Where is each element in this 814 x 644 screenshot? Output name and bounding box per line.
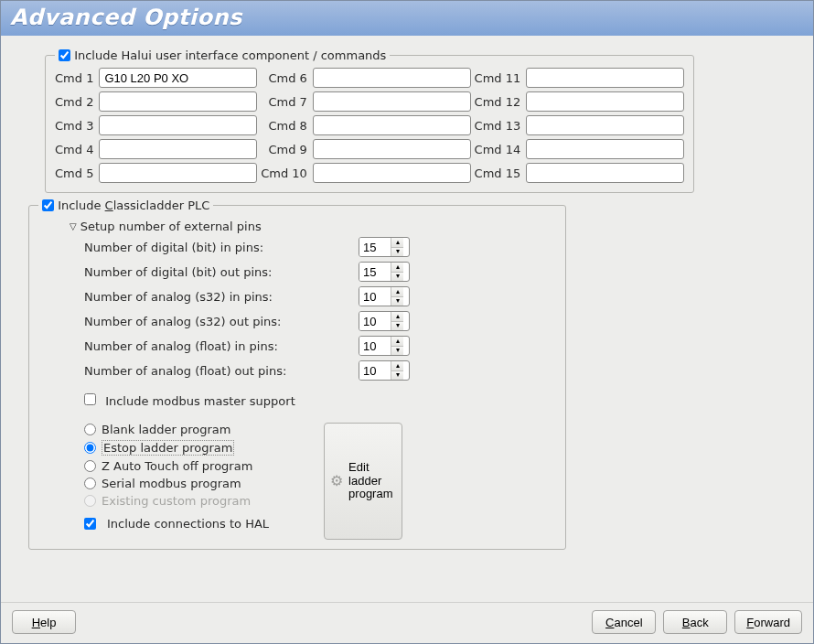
analog-float-in-spinbox[interactable]: ▴▾	[359, 336, 410, 356]
pins-label: Number of analog (float) in pins:	[84, 339, 359, 353]
cmd-input-13[interactable]	[526, 115, 684, 135]
cmd-label: Cmd 9	[261, 143, 309, 156]
cmd-label: Cmd 8	[261, 119, 309, 133]
cmd-input-3[interactable]	[99, 115, 257, 135]
forward-button[interactable]: Forward	[734, 610, 802, 634]
cmd-label: Cmd 6	[261, 71, 309, 85]
pins-label: Number of analog (float) out pins:	[84, 364, 359, 378]
digital-bit-out-spinbox[interactable]: ▴▾	[359, 262, 410, 282]
halui-include-checkbox[interactable]	[59, 49, 70, 61]
pins-label: Number of analog (s32) in pins:	[84, 290, 359, 304]
radio-estop-ladder-input[interactable]	[84, 442, 96, 454]
spin-down-icon[interactable]: ▾	[391, 347, 403, 356]
pins-expander-label: Setup number of external pins	[80, 220, 262, 233]
digital-bit-in-value[interactable]	[359, 238, 391, 256]
spin-down-icon[interactable]: ▾	[391, 371, 403, 381]
radio-z-auto-touch[interactable]: Z Auto Touch off program	[84, 459, 269, 473]
radio-serial-modbus-input[interactable]	[84, 478, 96, 489]
plc-legend: Include Classicladder PLC	[58, 199, 209, 212]
cmd-label: Cmd 12	[475, 95, 523, 109]
cmd-label: Cmd 14	[475, 143, 523, 156]
digital-bit-out-value[interactable]	[359, 263, 391, 281]
cmd-input-2[interactable]	[99, 91, 257, 112]
radio-blank-ladder[interactable]: Blank ladder program	[84, 423, 269, 436]
radio-z-auto-touch-input[interactable]	[84, 460, 96, 472]
cmd-label: Cmd 4	[55, 143, 95, 156]
digital-bit-in-spinbox[interactable]: ▴▾	[359, 237, 410, 257]
modbus-support-label: Include modbus master support	[105, 394, 295, 408]
help-button[interactable]: Help	[12, 610, 76, 634]
spin-down-icon[interactable]: ▾	[391, 248, 403, 257]
cmd-label: Cmd 3	[55, 119, 95, 133]
analog-s32-out-spinbox[interactable]: ▴▾	[359, 311, 410, 331]
cmd-input-12[interactable]	[526, 91, 684, 112]
hal-connections-label: Include connections to HAL	[107, 517, 269, 531]
hal-connections-row[interactable]: Include connections to HAL	[84, 517, 269, 531]
radio-existing-custom-input	[84, 495, 96, 507]
modbus-support-checkbox[interactable]	[84, 393, 96, 405]
radio-estop-ladder[interactable]: Estop ladder program	[84, 440, 269, 456]
cmd-input-8[interactable]	[313, 115, 471, 135]
radio-existing-custom: Existing custom program	[84, 494, 269, 508]
cmd-input-9[interactable]	[313, 139, 471, 159]
pins-expander[interactable]: ▽ Setup number of external pins	[70, 220, 556, 233]
spin-up-icon[interactable]: ▴	[391, 361, 403, 371]
cmd-input-10[interactable]	[313, 163, 471, 183]
window-title: Advanced Options	[1, 1, 813, 36]
pins-label: Number of analog (s32) out pins:	[84, 315, 359, 328]
spin-up-icon[interactable]: ▴	[391, 287, 403, 297]
analog-float-in-value[interactable]	[359, 337, 391, 355]
chevron-down-icon: ▽	[70, 221, 77, 231]
edit-ladder-button[interactable]: ⚙ Edit ladder program	[324, 423, 402, 540]
radio-serial-modbus[interactable]: Serial modbus program	[84, 477, 269, 490]
spin-down-icon[interactable]: ▾	[391, 322, 403, 331]
cmd-label: Cmd 7	[261, 95, 309, 109]
halui-group: Include Halui user interface component /…	[45, 48, 694, 193]
radio-blank-ladder-input[interactable]	[84, 424, 96, 435]
plc-include-checkbox[interactable]	[42, 199, 54, 211]
analog-s32-in-spinbox[interactable]: ▴▾	[359, 286, 410, 306]
spin-up-icon[interactable]: ▴	[391, 312, 403, 322]
analog-float-out-spinbox[interactable]: ▴▾	[359, 360, 410, 381]
cmd-label: Cmd 1	[55, 71, 95, 85]
modbus-support-row[interactable]: Include modbus master support	[84, 394, 295, 408]
cmd-input-6[interactable]	[313, 68, 471, 88]
cmd-label: Cmd 10	[261, 166, 309, 180]
cmd-input-4[interactable]	[99, 139, 257, 159]
cmd-input-11[interactable]	[526, 68, 684, 88]
spin-down-icon[interactable]: ▾	[391, 297, 403, 306]
spin-up-icon[interactable]: ▴	[391, 263, 403, 273]
gear-icon: ⚙	[330, 474, 343, 488]
halui-legend: Include Halui user interface component /…	[74, 48, 386, 62]
spin-down-icon[interactable]: ▾	[391, 273, 403, 282]
analog-s32-in-value[interactable]	[359, 287, 391, 306]
cmd-input-1[interactable]	[99, 68, 257, 88]
cmd-label: Cmd 13	[475, 119, 523, 133]
cmd-label: Cmd 2	[55, 95, 95, 109]
cmd-input-5[interactable]	[99, 163, 257, 183]
pins-label: Number of digital (bit) in pins:	[84, 241, 359, 254]
pins-label: Number of digital (bit) out pins:	[84, 265, 359, 279]
cmd-label: Cmd 5	[55, 166, 95, 180]
cmd-label: Cmd 11	[475, 71, 523, 85]
spin-up-icon[interactable]: ▴	[391, 337, 403, 347]
analog-s32-out-value[interactable]	[359, 312, 391, 330]
cmd-input-7[interactable]	[313, 91, 471, 112]
cmd-label: Cmd 15	[475, 166, 523, 180]
cmd-input-15[interactable]	[526, 163, 684, 183]
hal-connections-checkbox[interactable]	[84, 518, 96, 530]
analog-float-out-value[interactable]	[359, 361, 391, 380]
cancel-button[interactable]: Cancel	[592, 610, 656, 634]
edit-ladder-label: Edit ladder program	[348, 461, 396, 502]
plc-group: Include Classicladder PLC ▽ Setup number…	[28, 199, 566, 550]
back-button[interactable]: Back	[663, 610, 727, 634]
cmd-input-14[interactable]	[526, 139, 684, 159]
spin-up-icon[interactable]: ▴	[391, 238, 403, 248]
